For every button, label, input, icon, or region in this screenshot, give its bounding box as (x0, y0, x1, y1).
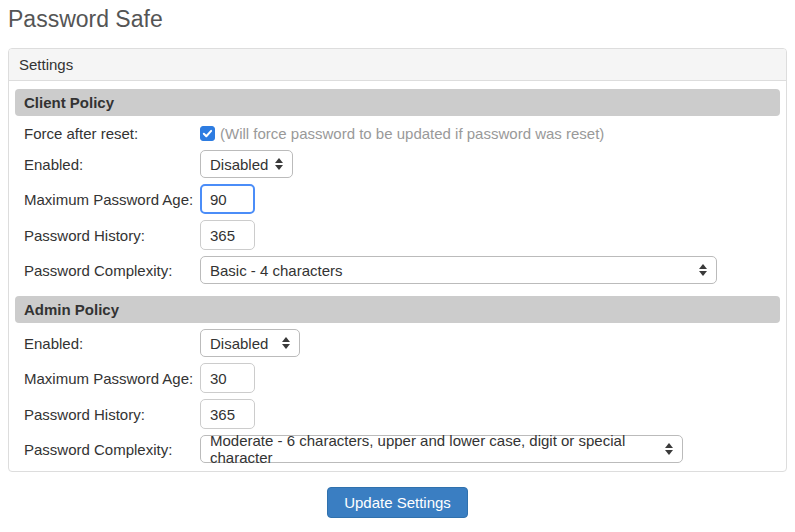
select-stepper-icon (665, 443, 673, 455)
client-complexity-select[interactable]: Basic - 4 characters (200, 256, 717, 284)
client-enabled-label: Enabled: (15, 156, 200, 173)
admin-max-age-label: Maximum Password Age: (15, 370, 200, 387)
client-complexity-label: Password Complexity: (15, 262, 200, 279)
footer: Update Settings (8, 487, 787, 518)
section-header-client-policy: Client Policy (15, 89, 780, 116)
page-title: Password Safe (8, 6, 787, 33)
row-client-max-age: Maximum Password Age: (15, 184, 780, 214)
select-stepper-icon (275, 158, 283, 170)
force-after-reset-checkbox[interactable] (200, 126, 215, 141)
client-enabled-select[interactable]: Disabled (200, 150, 293, 178)
admin-history-label: Password History: (15, 406, 200, 423)
admin-enabled-label: Enabled: (15, 335, 200, 352)
row-client-complexity: Password Complexity: Basic - 4 character… (15, 256, 780, 284)
row-client-history: Password History: (15, 220, 780, 250)
select-stepper-icon (282, 337, 290, 349)
panel-heading: Settings (9, 49, 786, 81)
row-admin-max-age: Maximum Password Age: (15, 363, 780, 393)
client-complexity-select-value: Basic - 4 characters (210, 262, 343, 279)
check-icon (202, 128, 213, 139)
panel-body: Client Policy Force after reset: (Will f… (9, 81, 786, 471)
row-client-enabled: Enabled: Disabled (15, 150, 780, 178)
client-history-label: Password History: (15, 227, 200, 244)
admin-complexity-select-value: Moderate - 6 characters, upper and lower… (210, 432, 658, 466)
force-after-reset-hint: (Will force password to be updated if pa… (220, 125, 604, 142)
admin-enabled-select[interactable]: Disabled (200, 329, 300, 357)
settings-panel: Settings Client Policy Force after reset… (8, 48, 787, 472)
row-force-after-reset: Force after reset: (Will force password … (15, 122, 780, 144)
admin-enabled-select-value: Disabled (210, 335, 268, 352)
section-header-admin-policy: Admin Policy (15, 296, 780, 323)
update-settings-button[interactable]: Update Settings (327, 487, 468, 518)
admin-complexity-select[interactable]: Moderate - 6 characters, upper and lower… (200, 435, 683, 463)
force-after-reset-label: Force after reset: (15, 125, 200, 142)
admin-complexity-label: Password Complexity: (15, 441, 200, 458)
row-admin-enabled: Enabled: Disabled (15, 329, 780, 357)
admin-max-age-input[interactable] (200, 363, 255, 393)
row-admin-complexity: Password Complexity: Moderate - 6 charac… (15, 435, 780, 463)
admin-history-input[interactable] (200, 399, 255, 429)
select-stepper-icon (699, 264, 707, 276)
client-max-age-label: Maximum Password Age: (15, 191, 200, 208)
client-max-age-input[interactable] (200, 184, 255, 214)
client-enabled-select-value: Disabled (210, 156, 268, 173)
client-history-input[interactable] (200, 220, 255, 250)
row-admin-history: Password History: (15, 399, 780, 429)
